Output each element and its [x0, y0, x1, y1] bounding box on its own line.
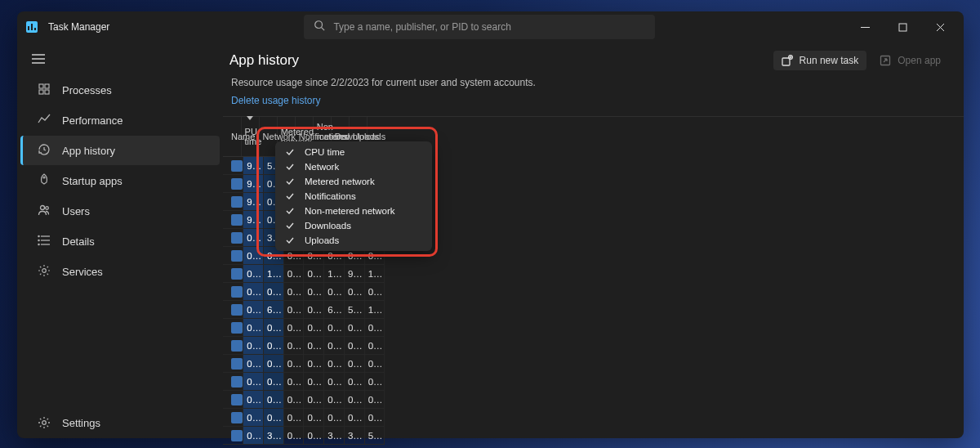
delete-history-link[interactable]: Delete usage history [229, 95, 949, 106]
cell-nmet: 0.1 MB [324, 373, 345, 391]
col-header-network[interactable]: Network [259, 117, 277, 157]
app-icon [231, 340, 243, 352]
ctx-item-label: Notifications [305, 191, 356, 201]
check-icon [285, 148, 295, 156]
cell-not: 0 MB [304, 319, 324, 337]
cell-not: 0 MB [304, 409, 324, 427]
app-icon [231, 394, 243, 405]
cell-cpu: 0:01:59 [243, 337, 264, 355]
app-icon [231, 322, 243, 334]
check-icon [285, 236, 295, 244]
cell-name [223, 211, 243, 229]
task-manager-window: Task Manager ProcessesPerformanceApp his… [17, 11, 964, 438]
app-icon [231, 412, 243, 423]
cell-not: 0 MB [304, 355, 324, 373]
cell-name [223, 157, 243, 175]
table-row[interactable]: chrome0:08:03104.1 MB0 MB0 MB104.1 MB90.… [223, 265, 385, 283]
cell-met: 0 MB [283, 337, 304, 355]
performance-icon [38, 113, 51, 128]
cell-net: 37.6 MB [263, 427, 283, 445]
table-row[interactable]: msedge0:00:5537.6 MB0 MB0 MB37.6 MB32.3 … [223, 427, 385, 445]
sidebar-item-label: Details [62, 235, 95, 248]
cell-name [223, 175, 243, 193]
cell-cpu: 0:02:55 [243, 301, 264, 319]
sidebar-item-services[interactable]: Services [20, 257, 220, 286]
sidebar-item-startup-apps[interactable]: Startup apps [20, 166, 220, 195]
ctx-item-non-metered-network[interactable]: Non-metered network [275, 204, 432, 218]
svg-rect-2 [31, 24, 33, 30]
table-row[interactable]: TiWorker0:01:550 MB0 MB0 MB0 MB0 MB0 MB [223, 355, 385, 373]
app-icon [231, 304, 243, 316]
svg-rect-16 [45, 90, 49, 94]
maximize-button[interactable] [884, 11, 921, 43]
ctx-item-label: Network [305, 162, 339, 172]
svg-rect-28 [782, 58, 790, 65]
sidebar: ProcessesPerformanceApp historyStartup a… [17, 43, 223, 438]
sidebar-item-details[interactable]: Details [20, 226, 220, 256]
check-icon [285, 163, 295, 171]
app-icon [231, 196, 243, 208]
cell-met: 0 MB [283, 427, 304, 445]
cell-net: 0 MB [263, 319, 283, 337]
ctx-item-cpu-time[interactable]: CPU time [275, 145, 432, 159]
svg-point-19 [46, 206, 49, 209]
col-header-name[interactable]: Name [223, 117, 241, 157]
cell-nmet: 0 MB [324, 391, 345, 409]
check-icon [285, 222, 295, 230]
hamburger-button[interactable] [17, 44, 223, 75]
ctx-item-metered-network[interactable]: Metered network [275, 174, 432, 189]
sidebar-item-users[interactable]: Users [20, 196, 220, 226]
col-header-cpu-time[interactable]: PU time [241, 117, 259, 157]
table-row[interactable]: dwm0:02:340 MB0 MB0 MB0 MB0 MB0 MB [223, 319, 385, 337]
table-row[interactable]: software_reporter_tool0:01:140 MB0 MB0 M… [223, 391, 385, 409]
run-new-task-button[interactable]: Run new task [773, 51, 867, 70]
cell-name: Microsoft Teams [223, 301, 243, 319]
svg-point-4 [315, 21, 323, 29]
sidebar-item-performance[interactable]: Performance [20, 105, 220, 135]
svg-rect-3 [34, 28, 36, 30]
cell-nmet: 6.8 MB [324, 301, 345, 319]
cell-name: TiWorker [223, 355, 243, 373]
ctx-item-notifications[interactable]: Notifications [275, 189, 432, 204]
history-icon [38, 143, 51, 159]
ctx-item-network[interactable]: Network [275, 159, 432, 174]
table-row[interactable]: wuaucltcore0:01:030 MB0 MB0 MB0 MB0 MB0 … [223, 409, 385, 427]
table-row[interactable]: Taskmgr0:03:270 MB0 MB0 MB0 MB0 MB0 MB [223, 283, 385, 301]
svg-line-5 [322, 28, 325, 31]
cell-met: 0 MB [283, 409, 304, 427]
ctx-item-label: Downloads [305, 221, 351, 231]
cell-name [223, 193, 243, 211]
cell-dl: 0 MB [344, 283, 364, 301]
search-input[interactable] [333, 21, 645, 33]
svg-point-24 [38, 240, 39, 240]
svg-rect-14 [45, 84, 49, 88]
cell-dl: 0 MB [344, 409, 364, 427]
table-row[interactable]: Microsoft Teams0:02:556.8 MB0 MB0 MB6.8 … [223, 301, 385, 319]
cell-net: 0 MB [263, 337, 283, 355]
ctx-item-label: Uploads [305, 235, 339, 245]
table-row[interactable]: TiWorker0:01:590 MB0 MB0 MB0 MB0 MB0 MB [223, 337, 385, 355]
list-icon [38, 234, 51, 249]
usage-since-text: Resource usage since 2/2/2023 for curren… [229, 77, 949, 88]
cell-cpu: 0:01:03 [243, 409, 264, 427]
ctx-item-uploads[interactable]: Uploads [275, 233, 432, 248]
search-box[interactable] [304, 15, 655, 39]
cell-dl: 0 MB [344, 391, 364, 409]
sidebar-item-app-history[interactable]: App history [20, 136, 220, 165]
app-icon [231, 160, 243, 172]
cell-not: 0 MB [304, 391, 324, 409]
minimize-button[interactable] [846, 11, 884, 43]
cell-dl: 0 MB [344, 319, 364, 337]
column-context-menu[interactable]: CPU timeNetworkMetered networkNotificati… [275, 141, 432, 251]
close-button[interactable] [921, 11, 959, 43]
cell-cpu: 0:01:21 [243, 373, 264, 391]
sidebar-settings[interactable]: Settings [20, 408, 220, 437]
sidebar-item-processes[interactable]: Processes [20, 75, 220, 105]
svg-point-23 [38, 235, 39, 236]
titlebar: Task Manager [17, 11, 964, 43]
cell-dl: 0 MB [344, 355, 364, 373]
gear-icon [38, 264, 51, 280]
table-row[interactable]: explorer0:01:210.1 MB0 MB0 MB0.1 MB0.1 M… [223, 373, 385, 391]
ctx-item-downloads[interactable]: Downloads [275, 218, 432, 233]
cell-name: MsMpEng [223, 247, 243, 265]
